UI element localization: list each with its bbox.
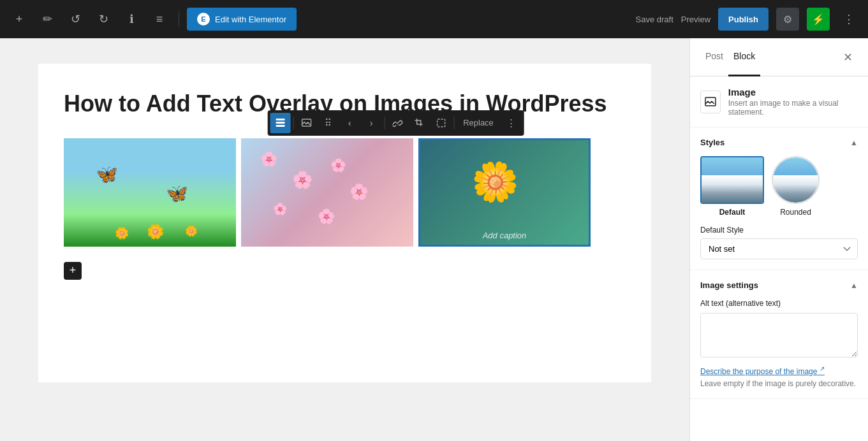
image-more-btn[interactable]: ⋮ <box>501 113 522 133</box>
edit-elementor-label: Edit with Elementor <box>215 15 286 24</box>
describe-link-text: Describe the purpose of the image <box>700 367 817 376</box>
add-block-area: + <box>64 262 626 280</box>
daisy-icon: 🌼 <box>471 159 519 205</box>
list-icon: ≡ <box>156 13 163 26</box>
cherry-6-icon: 🌸 <box>318 208 335 225</box>
post-tab[interactable]: Post <box>700 38 728 76</box>
sidebar-header: Post Block ✕ <box>690 38 868 76</box>
crop-btn[interactable] <box>409 113 429 133</box>
redo-icon: ↻ <box>99 12 108 26</box>
more-menu-btn[interactable]: ⋮ <box>837 8 860 31</box>
image-settings-section: Image settings ▲ Alt text (alternative t… <box>690 270 868 399</box>
plus-icon: + <box>16 13 23 26</box>
cherry-2-icon: 🌸 <box>292 170 313 190</box>
mountain-preview-rounded <box>773 157 818 203</box>
elementor-logo: E <box>197 13 210 25</box>
toolbar-right: Save draft Preview Publish ⚙ ⚡ ⋮ <box>636 8 860 31</box>
flower-3-icon: 🌼 <box>185 225 198 237</box>
gallery-grid: 🦋 🦋 🌼 🌼 🌼 🌸 🌸 🌸 🌸 <box>64 138 626 247</box>
image-settings-header[interactable]: Image settings ▲ <box>700 280 858 290</box>
svg-rect-2 <box>276 125 284 127</box>
block-text: Image Insert an image to make a visual s… <box>728 87 858 117</box>
butterfly-1-icon: 🦋 <box>96 164 118 185</box>
lightning-icon: ⚡ <box>812 13 825 25</box>
styles-label: Styles <box>700 138 725 147</box>
cherry-image: 🌸 🌸 🌸 🌸 🌸 🌸 <box>241 138 413 247</box>
style-rounded-option[interactable]: Rounded <box>772 156 820 217</box>
gallery-item-3-wrapper[interactable]: 🌼 Add caption <box>418 138 591 247</box>
style-rounded-label: Rounded <box>772 208 820 217</box>
mountain-preview-default <box>702 157 763 203</box>
block-desc: Insert an image to make a visual stateme… <box>728 99 858 117</box>
default-style-container: Default Style Not set Default Rounded <box>700 226 858 259</box>
publish-btn[interactable]: Publish <box>718 8 769 31</box>
replace-btn[interactable]: Replace <box>457 113 500 133</box>
undo-btn[interactable]: ↺ <box>64 8 87 31</box>
leave-empty-text: Leave empty if the image is purely decor… <box>700 379 858 388</box>
save-draft-btn[interactable]: Save draft <box>636 15 673 24</box>
style-rounded-preview <box>773 157 818 203</box>
performance-btn[interactable]: ⚡ <box>807 8 830 31</box>
edit-elementor-btn[interactable]: E Edit with Elementor <box>187 8 297 31</box>
block-tab[interactable]: Block <box>728 38 760 76</box>
info-btn[interactable]: ℹ <box>120 8 143 31</box>
style-default-box <box>700 156 764 204</box>
image-settings-chevron-icon: ▲ <box>850 281 858 290</box>
settings-btn[interactable]: ⚙ <box>776 8 799 31</box>
default-style-label: Default Style <box>700 226 858 235</box>
block-icon <box>700 90 721 113</box>
style-options: Default Rounded <box>700 156 858 217</box>
style-default-label: Default <box>700 208 764 217</box>
block-title: Image <box>728 87 858 98</box>
default-style-select[interactable]: Not set Default Rounded <box>700 238 858 259</box>
image-insert-btn[interactable] <box>296 113 316 133</box>
describe-link[interactable]: Describe the purpose of the image ↗ <box>700 367 825 376</box>
style-default-preview <box>702 157 763 203</box>
next-block-btn[interactable]: › <box>361 113 381 133</box>
redo-btn[interactable]: ↻ <box>92 8 115 31</box>
pen-icon: ✏ <box>43 12 52 26</box>
sidebar-panel: Post Block ✕ Image Insert an image to ma… <box>689 38 868 441</box>
alt-text-input[interactable] <box>700 313 858 358</box>
svg-rect-1 <box>276 122 284 124</box>
toolbar-divider <box>179 11 179 27</box>
styles-section: Styles ▲ Default <box>690 127 868 270</box>
image-align-btn[interactable] <box>270 113 290 133</box>
drag-handle-btn[interactable]: ⠿ <box>318 113 338 133</box>
style-default-option[interactable]: Default <box>700 156 764 217</box>
gallery-item-1[interactable]: 🦋 🦋 🌼 🌼 🌼 <box>64 138 236 247</box>
flower-1-icon: 🌼 <box>115 226 129 240</box>
select-region-btn[interactable] <box>430 113 451 133</box>
preview-btn[interactable]: Preview <box>681 15 710 24</box>
add-block-btn[interactable]: + <box>64 262 82 280</box>
list-btn[interactable]: ≡ <box>148 8 171 31</box>
svg-rect-4 <box>437 119 445 127</box>
more-icon: ⋮ <box>843 12 855 26</box>
styles-chevron-icon: ▲ <box>850 138 858 147</box>
post-content: How to Add Text Overlay on Images in Wor… <box>38 64 651 382</box>
cherry-4-icon: 🌸 <box>349 183 369 201</box>
link-btn[interactable] <box>387 113 408 133</box>
toolbar-sep-2 <box>384 117 385 129</box>
gallery-item-2[interactable]: 🌸 🌸 🌸 🌸 🌸 🌸 <box>241 138 413 247</box>
cherry-3-icon: 🌸 <box>330 157 346 173</box>
main-layout: How to Add Text Overlay on Images in Wor… <box>0 38 868 441</box>
sidebar-close-btn[interactable]: ✕ <box>837 47 858 68</box>
undo-icon: ↺ <box>71 12 80 26</box>
cherry-5-icon: 🌸 <box>273 202 287 216</box>
add-block-toolbar-btn[interactable]: + <box>8 8 31 31</box>
editor-area: How to Add Text Overlay on Images in Wor… <box>0 38 689 441</box>
gallery-block: ⠿ ‹ › Replace ⋮ <box>64 138 626 247</box>
butterfly-image: 🦋 🦋 🌼 🌼 🌼 <box>64 138 236 247</box>
style-rounded-box <box>772 156 820 204</box>
prev-block-btn[interactable]: ‹ <box>339 113 360 133</box>
edit-pen-btn[interactable]: ✏ <box>36 8 59 31</box>
cherry-1-icon: 🌸 <box>260 151 277 168</box>
image-toolbar: ⠿ ‹ › Replace ⋮ <box>267 110 524 136</box>
info-icon: ℹ <box>129 12 134 26</box>
toolbar-sep-3 <box>453 117 454 129</box>
toolbar-sep-1 <box>293 117 293 129</box>
describe-link-container: Describe the purpose of the image ↗ <box>700 365 858 377</box>
styles-section-header[interactable]: Styles ▲ <box>700 138 858 147</box>
top-toolbar: + ✏ ↺ ↻ ℹ ≡ E Edit with Elementor Save d… <box>0 0 868 38</box>
